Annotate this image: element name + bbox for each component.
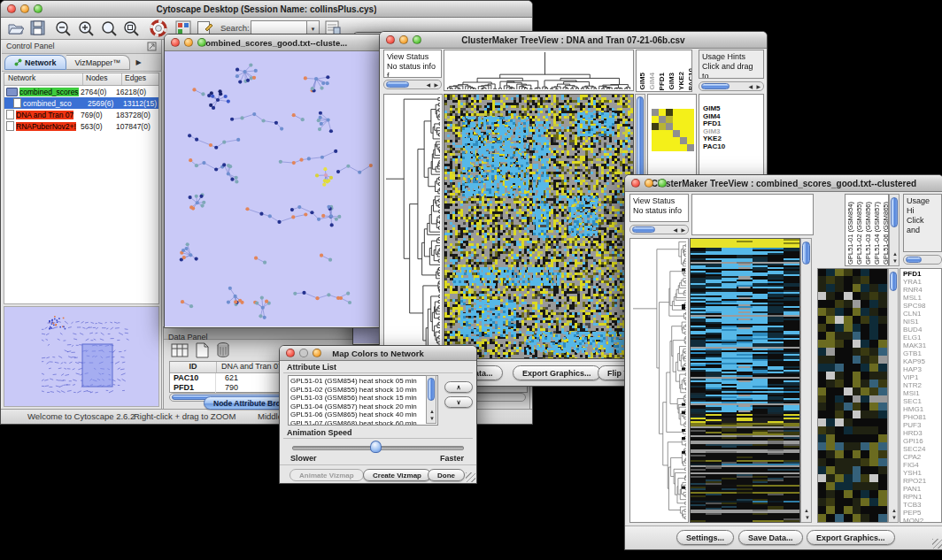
save-session-icon[interactable] (30, 20, 45, 35)
gene-label[interactable]: RNR4 (903, 286, 941, 294)
zoom-in-icon[interactable] (78, 20, 95, 36)
treeview2-heatmap[interactable] (690, 238, 800, 523)
correlation-matrix-thumbnail[interactable] (652, 109, 694, 151)
treeview2-zoom-vscrollbar[interactable]: ▲▼ (888, 268, 899, 523)
treeview1-heatmap[interactable] (444, 94, 634, 359)
gene-label[interactable]: NTR2 (903, 381, 941, 389)
gene-label[interactable]: SEC24 (903, 445, 941, 453)
network-table-row[interactable]: DNA and Tran 07769(0)183728(0) (4, 109, 158, 120)
treeview2-status-scrollbar[interactable]: ◀▶ (629, 225, 689, 234)
network-table-row[interactable]: RNAPuberNov2+!563(0)107847(0) (4, 120, 158, 132)
close-button[interactable] (7, 4, 16, 13)
gene-label[interactable]: SPC98 (903, 302, 941, 310)
treeview1-row-dendrogram[interactable] (383, 94, 443, 359)
network-canvas[interactable] (165, 51, 382, 326)
close-button[interactable] (631, 179, 640, 188)
resize-grip[interactable] (932, 539, 942, 548)
attribute-list-item[interactable]: GPL51-03 (GSM856) heat shock 15 min (290, 394, 436, 403)
network-view-titlebar[interactable]: combined_scores_good.txt--cluste... (165, 35, 383, 51)
zoom-fit-icon[interactable] (123, 20, 140, 36)
gene-label[interactable]: PAN1 (903, 485, 941, 493)
zoom-window-button[interactable] (658, 179, 667, 188)
network-table-row[interactable]: combined_scores2764(0)16218(0) (4, 86, 158, 97)
attribute-list-item[interactable]: GPL51-06 (GSM865) heat shock 40 min (290, 410, 436, 419)
attribute-list-item[interactable]: GPL51-01 (GSM854) heat shock 05 min (290, 377, 436, 386)
treeview2-titlebar[interactable]: ClusterMaker TreeView : combined_scores_… (625, 175, 942, 192)
treeview2-heatmap-vscrollbar[interactable]: ▲▼ (800, 238, 812, 523)
network-table-row[interactable]: combined_sco2569(6)13112(15) (4, 97, 158, 109)
close-button[interactable] (386, 35, 395, 44)
minimize-button[interactable] (184, 38, 193, 47)
tab-network[interactable]: Network (4, 55, 66, 70)
gene-label[interactable]: NIS1 (903, 318, 941, 326)
gene-label[interactable]: VIP1 (903, 373, 941, 381)
treeview2-row-dendrogram[interactable] (629, 238, 689, 523)
gene-label[interactable]: KAP95 (903, 357, 941, 365)
minimize-button[interactable] (399, 35, 408, 44)
gene-label[interactable]: YSH1 (903, 469, 941, 477)
gene-label[interactable]: HMG1 (903, 405, 941, 413)
save-data-button[interactable]: Save Data... (738, 530, 803, 545)
tabs-more-button[interactable]: ▶ (135, 58, 141, 66)
treeview1-hints-scrollbar[interactable]: ◀▶ (699, 81, 764, 91)
create-vizmap-button[interactable]: Create Vizmap (363, 469, 431, 481)
close-button[interactable] (286, 349, 295, 357)
gene-label[interactable]: PFD1 (903, 270, 941, 278)
gene-label[interactable]: CLN1 (903, 310, 941, 318)
zoom-window-button[interactable] (34, 4, 42, 13)
gene-label[interactable]: YRA1 (903, 278, 941, 286)
zoom-window-button[interactable] (197, 38, 206, 47)
birdseye-overview[interactable] (4, 306, 159, 407)
resize-grip[interactable] (466, 472, 475, 482)
minimize-button[interactable] (299, 349, 308, 357)
treeview1-titlebar[interactable]: ClusterMaker TreeView : DNA and Tran 07-… (380, 32, 767, 49)
move-down-button[interactable]: ∨ (444, 396, 473, 408)
done-button[interactable]: Done (428, 469, 465, 481)
new-attribute-icon[interactable] (194, 342, 210, 358)
export-graphics-button[interactable]: Export Graphics... (513, 365, 601, 380)
gene-label[interactable]: SEC1 (903, 397, 941, 405)
gene-label[interactable]: RPN1 (903, 493, 941, 501)
zoom-window-button[interactable] (313, 349, 321, 357)
treeview2-column-tree-area[interactable] (691, 194, 814, 235)
gene-label[interactable]: MSL1 (903, 294, 941, 302)
gene-label[interactable]: ELG1 (903, 334, 941, 341)
gene-label[interactable]: RPO21 (903, 477, 941, 485)
treeview1-column-dendrogram[interactable] (444, 50, 634, 91)
tab-vizmapper[interactable]: VizMapper™ (66, 55, 131, 70)
treeview2-labels-scrollbar[interactable]: ▲▼ (889, 194, 900, 266)
slider-thumb[interactable] (370, 441, 382, 453)
gene-label[interactable]: GTB1 (903, 349, 941, 357)
zoom-window-button[interactable] (413, 35, 421, 44)
attribute-list-item[interactable]: GPL51-07 (GSM868) heat shock 60 min (290, 419, 436, 426)
open-session-icon[interactable] (7, 20, 24, 35)
gene-label[interactable]: FIG4 (903, 461, 941, 469)
zoom-out-icon[interactable] (55, 20, 72, 36)
treeview2-zoom-heatmap[interactable] (817, 268, 888, 523)
attribute-list-item[interactable]: GPL51-04 (GSM857) heat shock 20 min (290, 403, 436, 411)
close-button[interactable] (171, 38, 180, 47)
float-panel-icon[interactable] (147, 42, 157, 51)
export-graphics-button[interactable]: Export Graphics... (807, 530, 895, 545)
gene-label[interactable]: MAK31 (903, 341, 941, 349)
gene-label[interactable]: PHO81 (903, 413, 941, 421)
map-colors-titlebar[interactable]: Map Colors to Network (280, 346, 476, 361)
settings-button[interactable]: Settings... (676, 530, 734, 545)
delete-attribute-icon[interactable] (215, 341, 231, 358)
treeview2-gene-list[interactable]: PFD1YRA1RNR4MSL1SPC98CLN1NIS1BUD4ELG1MAK… (900, 268, 942, 523)
gene-label[interactable]: GPI16 (903, 437, 941, 445)
treeview1-status-scrollbar[interactable]: ◀▶ (383, 80, 442, 89)
gene-label[interactable]: PUF3 (903, 421, 941, 429)
table-mode-icon[interactable] (171, 342, 189, 358)
attribute-list-item[interactable]: GPL51-02 (GSM855) heat shock 10 min (290, 386, 436, 395)
animate-vizmap-button[interactable]: Animate Vizmap (290, 469, 364, 481)
treeview2-hints-scrollbar[interactable] (903, 255, 942, 265)
gene-label[interactable]: MON2 (903, 517, 941, 523)
zoom-selected-icon[interactable] (101, 20, 118, 36)
minimize-button[interactable] (645, 179, 653, 188)
move-up-button[interactable]: ∧ (444, 381, 473, 393)
minimize-button[interactable] (20, 4, 29, 13)
gene-label[interactable]: BUD4 (903, 326, 941, 334)
gene-label[interactable]: HAP3 (903, 365, 941, 373)
gene-label[interactable]: TCB3 (903, 501, 941, 509)
